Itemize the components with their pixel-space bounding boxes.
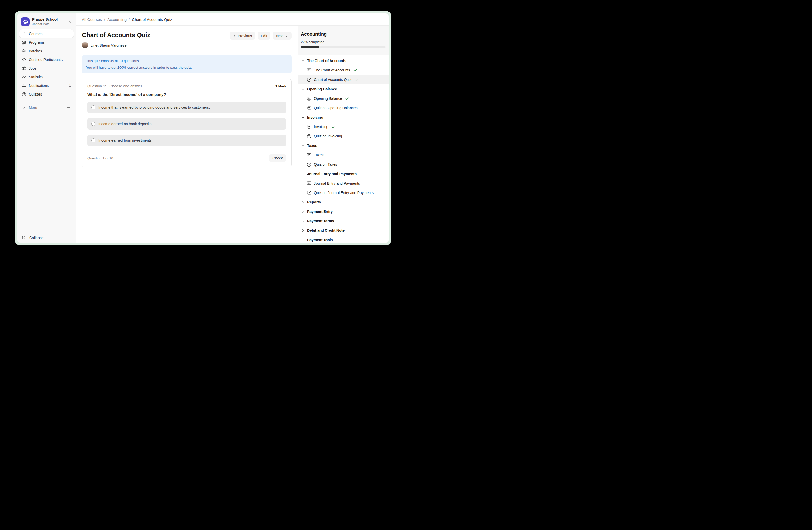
circle-help-icon (307, 162, 311, 167)
chevron-down-icon (301, 144, 305, 148)
main-content: Chart of Accounts Quiz Linet Sherin Varg… (76, 26, 298, 243)
outline-section-header[interactable]: Invoicing (298, 113, 389, 122)
author-name: Linet Sherin Varghese (90, 43, 127, 47)
arrow-left-to-line-icon (22, 236, 26, 240)
outline-section: Taxes Taxes Quiz on Taxes (298, 141, 389, 169)
outline-item[interactable]: Quiz on Invoicing (298, 131, 389, 141)
question-text: What is the 'Direct Income' of a company… (87, 92, 286, 97)
question-progress: Question 1 of 10 (87, 156, 113, 160)
edit-button[interactable]: Edit (258, 32, 270, 40)
outline-body: The Chart of Accounts The Chart of Accou… (298, 55, 389, 243)
outline-section-header[interactable]: Opening Balance (298, 84, 389, 94)
bell-icon (22, 84, 26, 88)
app-window: Frappe School Jannat Patel Courses Progr… (17, 13, 389, 243)
outline-item[interactable]: Journal Entry and Payments (298, 179, 389, 188)
outline-section-header[interactable]: The Chart of Accounts (298, 56, 389, 66)
radio-icon[interactable] (91, 138, 96, 142)
sidebar-item-programs[interactable]: Programs (19, 38, 73, 46)
check-icon (353, 68, 357, 72)
users-icon (22, 49, 26, 53)
chevron-right-icon (22, 106, 26, 110)
course-progress-text: 22% completed (301, 40, 386, 44)
sidebar-item-notifications[interactable]: Notifications 1 (19, 81, 73, 90)
left-sidebar: Frappe School Jannat Patel Courses Progr… (17, 13, 76, 243)
plus-icon[interactable] (67, 106, 71, 110)
radio-icon[interactable] (91, 105, 96, 110)
chevron-right-icon (301, 210, 305, 214)
circle-help-icon (22, 92, 26, 96)
breadcrumb-link[interactable]: Accounting (107, 17, 127, 22)
check-button[interactable]: Check (269, 154, 286, 162)
outline-item[interactable]: Quiz on Taxes (298, 160, 389, 169)
outline-item[interactable]: Quiz on Opening Balances (298, 103, 389, 113)
chevron-right-icon (301, 200, 305, 204)
question-marks: 1 Mark (275, 84, 286, 88)
outline-section-header[interactable]: Payment Terms (298, 216, 389, 226)
outline-section: Opening Balance Opening Balance Quiz on … (298, 84, 389, 113)
sidebar-item-statistics[interactable]: Statistics (19, 72, 73, 81)
outline-item[interactable]: Chart of Accounts Quiz (298, 75, 389, 84)
workspace-user: Jannat Patel (32, 22, 66, 26)
answer-option-3[interactable]: Income earned from investments (87, 135, 286, 146)
chevron-right-icon (301, 219, 305, 223)
previous-button[interactable]: Previous (230, 32, 255, 40)
answer-option-1[interactable]: Income that is earned by providing goods… (87, 102, 286, 113)
outline-section: Reports (298, 197, 389, 207)
sidebar-item-certified-participants[interactable]: Certified Participants (19, 55, 73, 64)
collapse-sidebar-button[interactable]: Collapse (17, 233, 76, 243)
outline-section-header[interactable]: Payment Entry (298, 207, 389, 216)
outline-section: Invoicing Invoicing Quiz on Invoicing (298, 113, 389, 141)
sidebar-item-quizzes[interactable]: Quizzes (19, 90, 73, 98)
sidebar-nav: Courses Programs Batches Certified Parti… (17, 28, 76, 98)
outline-item[interactable]: Taxes (298, 150, 389, 160)
breadcrumb-link[interactable]: All Courses (82, 17, 102, 22)
outline-section-header[interactable]: Reports (298, 197, 389, 207)
monitor-play-icon (307, 68, 311, 72)
outline-item[interactable]: Quiz on Journal Entry and Payments (298, 188, 389, 197)
sidebar-item-courses[interactable]: Courses (19, 29, 73, 38)
chevron-right-icon (285, 34, 289, 38)
course-outline: Accounting 22% completed The Chart of Ac… (298, 26, 389, 243)
outline-item[interactable]: Invoicing (298, 122, 389, 131)
next-button[interactable]: Next (273, 32, 292, 40)
outline-section-header[interactable]: Journal Entry and Payments (298, 169, 389, 179)
course-outline-header: Accounting 22% completed (298, 26, 389, 55)
outline-section: The Chart of Accounts The Chart of Accou… (298, 56, 389, 84)
screen: Frappe School Jannat Patel Courses Progr… (0, 0, 406, 265)
course-progress-fill (301, 46, 319, 48)
chevron-down-icon (301, 87, 305, 91)
window-frame: Frappe School Jannat Patel Courses Progr… (15, 11, 391, 245)
outline-item[interactable]: The Chart of Accounts (298, 66, 389, 75)
quiz-notice: This quiz consists of 10 questions. You … (82, 55, 292, 73)
outline-section-header[interactable]: Taxes (298, 141, 389, 150)
question-card: Question 1: Choose one answer 1 Mark Wha… (82, 79, 292, 167)
notice-line: You will have to get 100% correct answer… (86, 64, 288, 71)
breadcrumb: All Courses/Accounting/Chart of Accounts… (82, 17, 172, 22)
graduation-cap-icon (23, 19, 28, 25)
sidebar-item-jobs[interactable]: Jobs (19, 64, 73, 72)
outline-section-header[interactable]: Debit and Credit Note (298, 226, 389, 235)
briefcase-icon (22, 66, 26, 70)
page-title: Chart of Accounts Quiz (82, 31, 150, 39)
radio-icon[interactable] (91, 122, 96, 126)
monitor-play-icon (307, 153, 311, 157)
chevron-right-icon (301, 228, 305, 233)
check-icon (345, 97, 349, 100)
notification-count-badge: 1 (69, 84, 71, 87)
monitor-play-icon (307, 181, 311, 186)
workspace-name: Frappe School (32, 17, 66, 22)
course-progress-bar (301, 46, 386, 48)
circle-help-icon (307, 78, 311, 82)
sidebar-item-batches[interactable]: Batches (19, 46, 73, 55)
chevron-down-icon (301, 59, 305, 63)
author-avatar (82, 42, 88, 48)
answer-options: Income that is earned by providing goods… (87, 102, 286, 146)
outline-section-header[interactable]: Payment Tools (298, 235, 389, 243)
check-icon (354, 78, 358, 82)
workspace-switcher[interactable]: Frappe School Jannat Patel (17, 13, 76, 28)
answer-option-2[interactable]: Income earned on bank deposits (87, 118, 286, 130)
outline-item[interactable]: Opening Balance (298, 94, 389, 103)
breadcrumb-current: Chart of Accounts Quiz (132, 17, 172, 22)
outline-section: Payment Tools (298, 235, 389, 243)
sidebar-item-more[interactable]: More (19, 103, 73, 112)
